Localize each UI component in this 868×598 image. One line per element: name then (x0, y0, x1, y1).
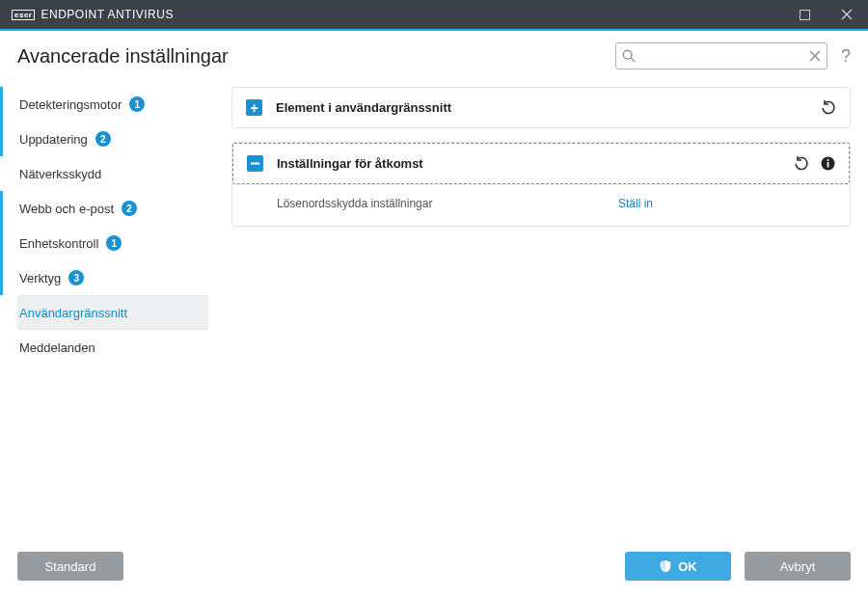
maximize-icon (800, 10, 810, 20)
panel-ui-elements-header[interactable]: + Element i användargränssnitt (232, 88, 850, 127)
sidebar-item-label: Uppdatering (19, 132, 88, 147)
svg-rect-4 (827, 162, 829, 168)
revert-button[interactable] (821, 100, 836, 116)
sidebar-item-6[interactable]: Användargränssnitt (17, 295, 208, 330)
password-set-link[interactable]: Ställ in (618, 197, 653, 210)
dialog-footer: Standard OK Avbryt (0, 540, 868, 598)
maximize-button[interactable] (783, 0, 826, 29)
sidebar-badge: 1 (106, 235, 122, 251)
sidebar-item-label: Användargränssnitt (19, 306, 127, 320)
clear-search-icon[interactable] (809, 48, 821, 65)
info-icon (821, 156, 835, 171)
sidebar-item-4[interactable]: Enhetskontroll1 (17, 226, 208, 260)
sidebar-badge: 2 (95, 131, 111, 147)
panel-access-header[interactable]: Inställningar för åtkomst (232, 143, 850, 184)
main-content: + Element i användargränssnitt Inställni… (208, 77, 851, 557)
sidebar-item-label: Nätverksskydd (19, 167, 101, 181)
sidebar-badge: 1 (129, 96, 145, 112)
ok-label: OK (678, 559, 697, 574)
close-icon (841, 9, 853, 20)
ok-button[interactable]: OK (625, 552, 731, 581)
sidebar-item-label: Enhetskontroll (19, 236, 98, 251)
revert-button[interactable] (794, 156, 809, 172)
brand-text: ENDPOINT ANTIVIRUS (41, 8, 173, 21)
search-field[interactable] (615, 42, 827, 69)
password-protect-row: Lösenordsskydda inställningar Ställ in (277, 193, 834, 214)
sidebar-badge: 3 (68, 270, 84, 285)
panel-access-body: Lösenordsskydda inställningar Ställ in (232, 184, 850, 226)
search-input[interactable] (636, 49, 809, 63)
page-title: Avancerade inställningar (17, 45, 229, 68)
expand-icon: + (246, 99, 262, 116)
brand-box: eser (12, 10, 35, 20)
app-brand: eser ENDPOINT ANTIVIRUS (12, 8, 174, 21)
panel-ui-elements: + Element i användargränssnitt (231, 87, 851, 128)
default-button[interactable]: Standard (17, 552, 123, 581)
sidebar-badge: 2 (122, 201, 137, 216)
sidebar-item-1[interactable]: Uppdatering2 (17, 122, 208, 156)
svg-point-1 (623, 50, 632, 59)
panel-access-title: Inställningar för åtkomst (277, 156, 794, 171)
panel-ui-elements-title: Element i användargränssnitt (276, 100, 821, 115)
help-button[interactable]: ? (841, 46, 851, 67)
svg-point-5 (827, 159, 828, 161)
panel-access-settings: Inställningar för åtkomst Lösenordsskydd… (231, 142, 851, 227)
sidebar-item-2[interactable]: Nätverksskydd (17, 156, 208, 191)
svg-rect-2 (251, 163, 259, 165)
cancel-button[interactable]: Avbryt (745, 552, 851, 581)
search-icon (622, 49, 636, 63)
sidebar-item-7[interactable]: Meddelanden (17, 330, 208, 365)
sidebar: Detekteringsmotor1Uppdatering2Nätverkssk… (17, 77, 208, 557)
svg-rect-0 (800, 10, 809, 19)
shield-icon (659, 559, 672, 573)
page-header: Avancerade inställningar ? (0, 31, 868, 77)
revert-icon (821, 100, 836, 116)
revert-icon (794, 156, 809, 172)
window-titlebar: eser ENDPOINT ANTIVIRUS (0, 0, 868, 29)
sidebar-item-label: Detekteringsmotor (19, 97, 122, 112)
sidebar-item-3[interactable]: Webb och e-post2 (17, 191, 208, 226)
sidebar-item-label: Webb och e-post (19, 202, 114, 216)
sidebar-item-label: Verktyg (19, 271, 61, 285)
sidebar-item-label: Meddelanden (19, 340, 95, 355)
collapse-icon (247, 155, 263, 172)
info-button[interactable] (821, 156, 835, 171)
password-protect-label: Lösenordsskydda inställningar (277, 197, 618, 210)
sidebar-item-0[interactable]: Detekteringsmotor1 (17, 87, 208, 122)
sidebar-item-5[interactable]: Verktyg3 (17, 260, 208, 295)
close-button[interactable] (826, 0, 868, 29)
